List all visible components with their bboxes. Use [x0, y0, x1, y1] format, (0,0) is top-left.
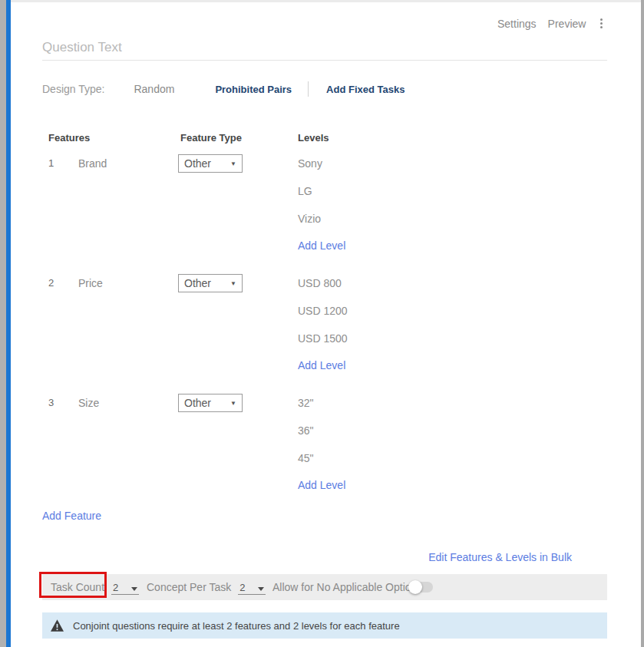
right-border-strip — [641, 0, 644, 647]
feature-index: 2 — [48, 269, 78, 379]
level-value[interactable]: 32" — [298, 389, 593, 417]
add-level-link[interactable]: Add Level — [298, 352, 345, 379]
feature-type-value: Other — [184, 157, 211, 170]
question-text-input[interactable]: Question Text — [42, 40, 426, 55]
task-count-value: 2 — [113, 583, 118, 593]
prohibited-pairs-link[interactable]: Prohibited Pairs — [215, 84, 292, 95]
feature-name[interactable]: Brand — [78, 150, 178, 259]
kebab-menu-icon[interactable] — [597, 17, 606, 30]
top-border-strip — [11, 0, 641, 2]
feature-row-brand: 1 Brand Other ▼ Sony LG Vizio Add Level — [48, 150, 593, 259]
preview-button[interactable]: Preview — [548, 18, 586, 30]
feature-type-value: Other — [184, 277, 211, 289]
feature-index: 1 — [48, 150, 78, 259]
feature-index: 3 — [48, 389, 78, 499]
question-text-underline — [42, 60, 607, 61]
options-bar: Task Count 2 Concept Per Task 2 Allow fo… — [42, 574, 607, 600]
outer-gray-strip — [0, 0, 6, 647]
add-fixed-tasks-link[interactable]: Add Fixed Tasks — [326, 84, 405, 95]
no-applicable-option-label: Allow for No Applicable Option — [272, 574, 417, 600]
header-actions: Settings Preview — [497, 17, 606, 30]
design-row-divider — [308, 81, 309, 97]
feature-type-select[interactable]: Other ▼ — [178, 154, 243, 173]
dropdown-arrow-icon — [258, 587, 264, 591]
feature-name[interactable]: Price — [78, 269, 178, 379]
level-value[interactable]: Sony — [298, 150, 593, 177]
design-type-row: Design Type: Random Prohibited Pairs Add… — [42, 80, 405, 98]
concept-per-task-dropdown[interactable]: Concept Per Task 2 — [147, 574, 266, 600]
design-type-label: Design Type: — [42, 83, 104, 95]
question-accent-bar — [6, 0, 11, 647]
warning-triangle-icon — [51, 619, 64, 632]
feature-name[interactable]: Size — [78, 389, 178, 499]
level-value[interactable]: LG — [298, 177, 593, 205]
feature-type-value: Other — [184, 397, 211, 409]
add-level-link[interactable]: Add Level — [298, 233, 345, 259]
select-caret-icon: ▼ — [230, 400, 236, 407]
table-header-row: Features Feature Type Levels — [48, 132, 593, 144]
feature-row-price: 2 Price Other ▼ USD 800 USD 1200 USD 150… — [48, 269, 593, 379]
feature-type-column-header: Feature Type — [180, 132, 298, 144]
feature-row-size: 3 Size Other ▼ 32" 36" 45" Add Level — [48, 389, 593, 499]
add-level-link[interactable]: Add Level — [298, 472, 345, 499]
warning-banner: Conjoint questions require at least 2 fe… — [42, 612, 607, 639]
levels-column-header: Levels — [298, 132, 593, 144]
no-applicable-option-toggle[interactable] — [410, 582, 433, 593]
feature-type-select[interactable]: Other ▼ — [178, 274, 243, 292]
select-caret-icon: ▼ — [230, 160, 236, 167]
dropdown-arrow-icon — [131, 587, 137, 591]
level-value[interactable]: USD 1500 — [298, 325, 593, 352]
level-value[interactable]: Vizio — [298, 205, 593, 233]
task-count-dropdown[interactable]: Task Count 2 — [51, 574, 139, 600]
toggle-knob — [408, 580, 422, 594]
features-column-header: Features — [48, 132, 180, 144]
level-value[interactable]: 45" — [298, 444, 593, 472]
level-value[interactable]: USD 800 — [298, 269, 593, 297]
concept-per-task-value: 2 — [239, 583, 245, 593]
select-caret-icon: ▼ — [230, 280, 236, 287]
feature-type-select[interactable]: Other ▼ — [178, 394, 243, 412]
settings-button[interactable]: Settings — [497, 18, 537, 30]
conjoint-question-editor: Settings Preview Question Text Design Ty… — [0, 0, 644, 647]
design-type-value[interactable]: Random — [134, 83, 174, 95]
add-feature-link[interactable]: Add Feature — [42, 510, 101, 522]
warning-text: Conjoint questions require at least 2 fe… — [73, 620, 400, 632]
edit-features-levels-bulk-link[interactable]: Edit Features & Levels in Bulk — [428, 551, 572, 563]
level-value[interactable]: 36" — [298, 417, 593, 444]
level-value[interactable]: USD 1200 — [298, 297, 593, 325]
concept-per-task-label: Concept Per Task — [147, 581, 231, 593]
task-count-label: Task Count — [51, 581, 104, 593]
